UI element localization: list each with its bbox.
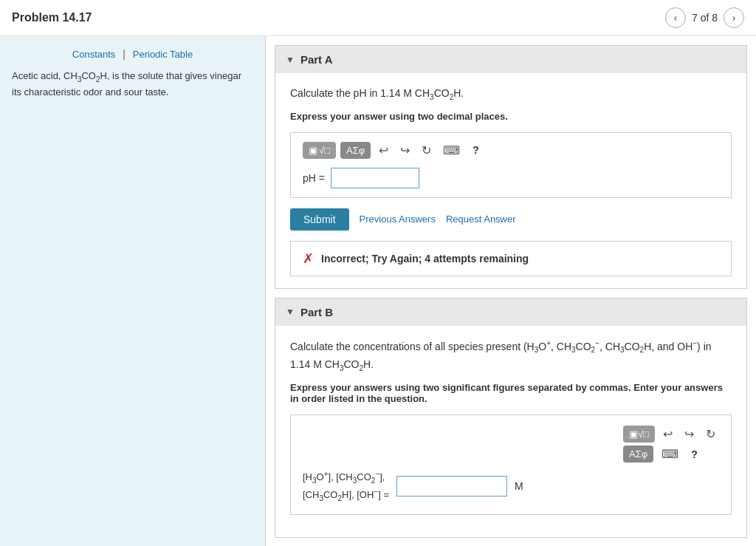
ph-input[interactable]: [331, 168, 419, 188]
navigation-controls: ‹ 7 of 8 ›: [665, 7, 744, 28]
part-b-section: ▼ Part B Calculate the concentrations of…: [275, 298, 747, 538]
part-a-answer-box: ▣ √□ AΣφ ↩ ↪ ↻ ⌨ ? pH =: [290, 132, 732, 198]
part-b-input-label: [H3O+], [CH3CO2−], [CH3CO2H], [OH−] =: [303, 468, 389, 504]
request-answer-link[interactable]: Request Answer: [446, 214, 516, 225]
ph-input-row: pH =: [303, 168, 719, 188]
part-b-symbol-btn[interactable]: AΣφ: [623, 446, 653, 463]
separator: |: [123, 48, 128, 60]
error-text: Incorrect; Try Again; 4 attempts remaini…: [321, 253, 529, 265]
periodic-table-link[interactable]: Periodic Table: [133, 49, 193, 60]
redo-button[interactable]: ↪: [396, 142, 413, 159]
help-button[interactable]: ?: [468, 143, 484, 157]
m-label: M: [515, 480, 523, 492]
part-b-question: Calculate the concentrations of all spec…: [290, 338, 732, 375]
part-b-collapse-arrow[interactable]: ▼: [286, 307, 295, 317]
next-button[interactable]: ›: [724, 7, 744, 28]
submit-button[interactable]: Submit: [290, 208, 349, 231]
part-a-instruction: Express your answer using two decimal pl…: [290, 111, 732, 122]
part-a-body: Calculate the pH in 1.14 M CH3CO2H. Expr…: [275, 73, 746, 288]
constants-link[interactable]: Constants: [72, 49, 116, 60]
keyboard-button[interactable]: ⌨: [439, 142, 464, 159]
part-b-toolbar-row1: ▣√□ ↩ ↪ ↻: [623, 426, 719, 443]
matrix-sqrt-button[interactable]: ▣ √□: [303, 142, 336, 159]
part-b-undo-btn[interactable]: ↩: [659, 426, 676, 443]
part-b-refresh-btn[interactable]: ↻: [702, 426, 719, 443]
nav-count: 7 of 8: [692, 12, 718, 24]
problem-title: Problem 14.17: [12, 11, 92, 24]
part-a-section: ▼ Part A Calculate the pH in 1.14 M CH3C…: [275, 45, 747, 289]
part-b-matrix-btn[interactable]: ▣√□: [623, 426, 655, 443]
part-b-toolbar-row2: AΣφ ⌨ ?: [623, 446, 719, 463]
symbol-button[interactable]: AΣφ: [340, 142, 371, 159]
sqrt-icon: √□: [319, 145, 330, 156]
refresh-button[interactable]: ↻: [418, 142, 435, 159]
error-icon: ✗: [303, 250, 314, 267]
part-b-help-btn[interactable]: ?: [687, 447, 702, 462]
main-layout: Constants | Periodic Table Acetic acid, …: [0, 36, 756, 546]
part-b-body: Calculate the concentrations of all spec…: [275, 326, 746, 537]
error-box: ✗ Incorrect; Try Again; 4 attempts remai…: [290, 241, 732, 276]
ph-label: pH =: [303, 172, 325, 184]
part-a-toolbar: ▣ √□ AΣφ ↩ ↪ ↻ ⌨ ?: [303, 142, 719, 159]
part-a-actions: Submit Previous Answers Request Answer: [290, 208, 732, 231]
part-b-label: Part B: [300, 306, 333, 318]
part-b-input-row: [H3O+], [CH3CO2−], [CH3CO2H], [OH−] = M: [303, 468, 719, 504]
part-b-keyboard-btn[interactable]: ⌨: [658, 446, 682, 463]
sidebar-description: Acetic acid, CH3CO2H, is the solute that…: [12, 69, 253, 99]
part-b-toolbar-buttons: ▣√□ ↩ ↪ ↻ AΣφ ⌨ ?: [623, 426, 719, 463]
part-b-instruction: Express your answers using two significa…: [290, 382, 732, 404]
top-bar: Problem 14.17 ‹ 7 of 8 ›: [0, 0, 756, 36]
part-a-label: Part A: [300, 53, 333, 66]
part-b-input[interactable]: [396, 476, 507, 496]
part-b-toolbar-area: ▣√□ ↩ ↪ ↻ AΣφ ⌨ ?: [303, 426, 719, 463]
undo-button[interactable]: ↩: [375, 142, 392, 159]
sidebar: Constants | Periodic Table Acetic acid, …: [0, 36, 266, 546]
content-area: ▼ Part A Calculate the pH in 1.14 M CH3C…: [266, 36, 756, 546]
part-a-question: Calculate the pH in 1.14 M CH3CO2H.: [290, 85, 732, 103]
matrix-icon: ▣: [309, 145, 317, 156]
part-b-redo-btn[interactable]: ↪: [681, 426, 698, 443]
part-b-header: ▼ Part B: [275, 298, 746, 326]
prev-button[interactable]: ‹: [665, 7, 686, 28]
part-a-header: ▼ Part A: [275, 46, 746, 73]
sidebar-links: Constants | Periodic Table: [12, 48, 253, 60]
previous-answers-link[interactable]: Previous Answers: [360, 214, 436, 225]
part-a-collapse-arrow[interactable]: ▼: [286, 55, 295, 65]
part-b-answer-box: ▣√□ ↩ ↪ ↻ AΣφ ⌨ ?: [290, 414, 732, 515]
